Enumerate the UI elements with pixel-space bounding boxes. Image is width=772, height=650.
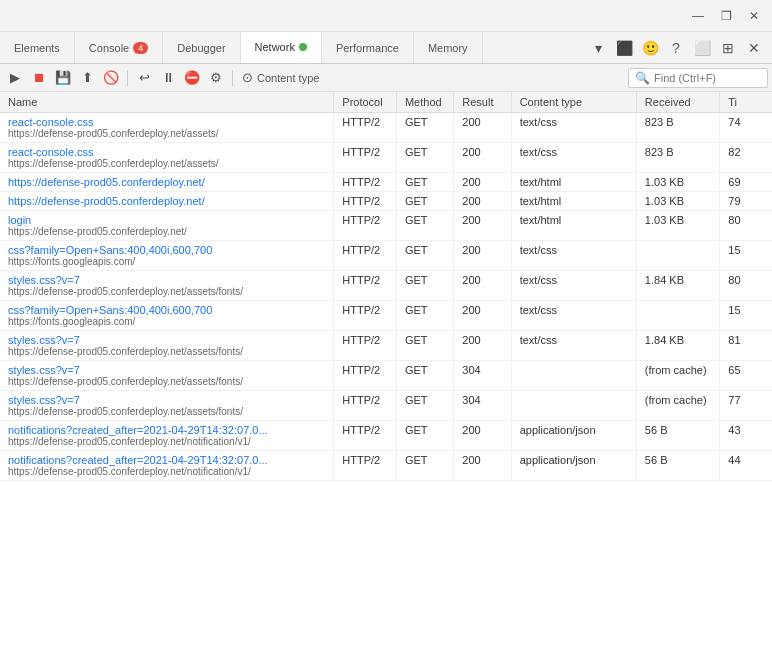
cell-result: 200 (454, 173, 511, 192)
settings-button[interactable]: ⚙ (205, 67, 227, 89)
table-row[interactable]: https://defense-prod05.conferdeploy.net/… (0, 173, 772, 192)
help-button[interactable]: ? (664, 36, 688, 60)
table-row[interactable]: loginhttps://defense-prod05.conferdeploy… (0, 211, 772, 241)
close-button[interactable]: ✕ (744, 6, 764, 26)
pause-button[interactable]: ⏸ (157, 67, 179, 89)
table-row[interactable]: notifications?created_after=2021-04-29T1… (0, 421, 772, 451)
tab-debugger[interactable]: Debugger (163, 32, 240, 63)
row-name-text: styles.css?v=7 (8, 274, 308, 286)
cell-received: 1.84 KB (636, 331, 719, 361)
search-icon: 🔍 (635, 71, 650, 85)
split-button[interactable]: ⊞ (716, 36, 740, 60)
row-url-text: https://defense-prod05.conferdeploy.net/… (8, 466, 308, 477)
close-devtools-button[interactable]: ✕ (742, 36, 766, 60)
cell-received: 56 B (636, 421, 719, 451)
table-row[interactable]: css?family=Open+Sans:400,400i,600,700htt… (0, 301, 772, 331)
table-row[interactable]: css?family=Open+Sans:400,400i,600,700htt… (0, 241, 772, 271)
import-button[interactable]: ⬆ (76, 67, 98, 89)
table-row[interactable]: react-console.csshttps://defense-prod05.… (0, 143, 772, 173)
settings-chevron-button[interactable]: ▾ (586, 36, 610, 60)
save-button[interactable]: 💾 (52, 67, 74, 89)
cell-name: loginhttps://defense-prod05.conferdeploy… (0, 211, 334, 241)
cell-received: 1.03 KB (636, 192, 719, 211)
cell-content-type: text/html (511, 192, 636, 211)
maximize-button[interactable]: ❐ (716, 6, 736, 26)
search-input[interactable] (654, 72, 754, 84)
table-body: react-console.csshttps://defense-prod05.… (0, 113, 772, 481)
cell-method: GET (396, 361, 453, 391)
cell-result: 304 (454, 361, 511, 391)
row-name-text: css?family=Open+Sans:400,400i,600,700 (8, 304, 308, 316)
cell-method: GET (396, 391, 453, 421)
titlebar: — ❐ ✕ (0, 0, 772, 32)
cell-content-type: text/html (511, 173, 636, 192)
row-url-text: https://fonts.googleapis.com/ (8, 256, 308, 267)
col-header-content-type[interactable]: Content type (511, 92, 636, 113)
table-row[interactable]: notifications?created_after=2021-04-29T1… (0, 451, 772, 481)
cell-protocol: HTTP/2 (334, 143, 397, 173)
stop-button[interactable]: ⏹ (28, 67, 50, 89)
cell-protocol: HTTP/2 (334, 361, 397, 391)
minimize-button[interactable]: — (688, 6, 708, 26)
no-cache-button[interactable]: ⛔ (181, 67, 203, 89)
tab-memory[interactable]: Memory (414, 32, 483, 63)
cell-result: 200 (454, 301, 511, 331)
col-header-time[interactable]: Ti (720, 92, 772, 113)
network-table-wrapper[interactable]: Name Protocol Method Result Content type… (0, 92, 772, 650)
tab-elements[interactable]: Elements (0, 32, 75, 63)
table-row[interactable]: https://defense-prod05.conferdeploy.net/… (0, 192, 772, 211)
row-name-text: styles.css?v=7 (8, 334, 308, 346)
col-header-protocol[interactable]: Protocol (334, 92, 397, 113)
cell-protocol: HTTP/2 (334, 271, 397, 301)
emoji-button[interactable]: 🙂 (638, 36, 662, 60)
tab-console[interactable]: Console 4 (75, 32, 163, 63)
table-row[interactable]: styles.css?v=7https://defense-prod05.con… (0, 391, 772, 421)
cell-received: 56 B (636, 451, 719, 481)
col-header-received[interactable]: Received (636, 92, 719, 113)
responsive-button[interactable]: ⬜ (690, 36, 714, 60)
cell-result: 200 (454, 241, 511, 271)
table-row[interactable]: react-console.csshttps://defense-prod05.… (0, 113, 772, 143)
col-header-result[interactable]: Result (454, 92, 511, 113)
row-name-text: styles.css?v=7 (8, 364, 308, 376)
cell-time: 15 (720, 241, 772, 271)
tab-network[interactable]: Network (241, 32, 322, 64)
cell-protocol: HTTP/2 (334, 301, 397, 331)
cell-time: 69 (720, 173, 772, 192)
cell-time: 44 (720, 451, 772, 481)
row-url-text: https://defense-prod05.conferdeploy.net/… (8, 346, 308, 357)
col-header-name[interactable]: Name (0, 92, 334, 113)
cell-protocol: HTTP/2 (334, 173, 397, 192)
filter-icon: ⊙ (242, 70, 253, 85)
table-row[interactable]: styles.css?v=7https://defense-prod05.con… (0, 331, 772, 361)
clear-button[interactable]: 🚫 (100, 67, 122, 89)
cell-content-type: text/css (511, 331, 636, 361)
cell-content-type: text/css (511, 113, 636, 143)
cell-name: css?family=Open+Sans:400,400i,600,700htt… (0, 301, 334, 331)
network-toolbar: ▶ ⏹ 💾 ⬆ 🚫 ↩ ⏸ ⛔ ⚙ ⊙ Content type 🔍 (0, 64, 772, 92)
cell-content-type: text/css (511, 241, 636, 271)
cell-content-type: text/css (511, 143, 636, 173)
cell-protocol: HTTP/2 (334, 391, 397, 421)
search-box[interactable]: 🔍 (628, 68, 768, 88)
table-row[interactable]: styles.css?v=7https://defense-prod05.con… (0, 271, 772, 301)
filter-label: Content type (257, 72, 319, 84)
cell-received (636, 301, 719, 331)
col-header-method[interactable]: Method (396, 92, 453, 113)
console-badge: 4 (133, 42, 148, 54)
cell-name: https://defense-prod05.conferdeploy.net/ (0, 192, 334, 211)
row-url-text: https://defense-prod05.conferdeploy.net/… (8, 436, 308, 447)
play-button[interactable]: ▶ (4, 67, 26, 89)
cell-content-type (511, 391, 636, 421)
cell-method: GET (396, 301, 453, 331)
table-row[interactable]: styles.css?v=7https://defense-prod05.con… (0, 361, 772, 391)
cell-name: https://defense-prod05.conferdeploy.net/ (0, 173, 334, 192)
dock-side-button[interactable]: ⬛ (612, 36, 636, 60)
tab-performance[interactable]: Performance (322, 32, 414, 63)
network-active-dot (299, 43, 307, 51)
cell-time: 77 (720, 391, 772, 421)
back-button[interactable]: ↩ (133, 67, 155, 89)
cell-method: GET (396, 241, 453, 271)
cell-name: styles.css?v=7https://defense-prod05.con… (0, 331, 334, 361)
row-url-text: https://defense-prod05.conferdeploy.net/… (8, 158, 308, 169)
